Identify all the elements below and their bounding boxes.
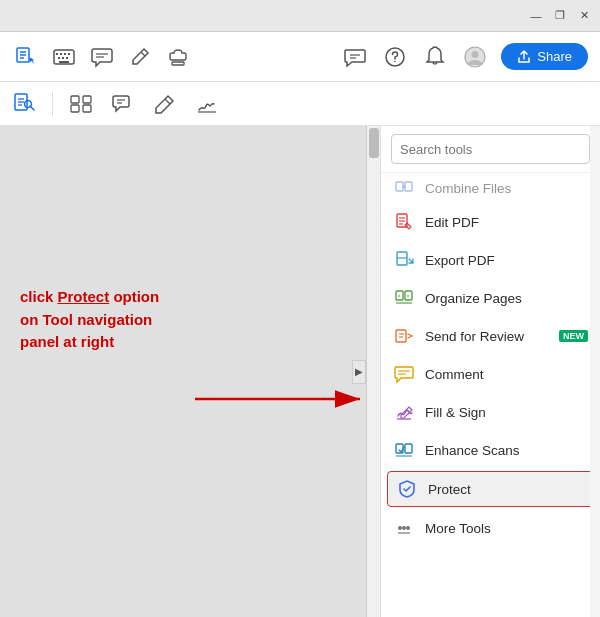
organize-pages-icon: [393, 287, 415, 309]
svg-point-40: [403, 185, 406, 188]
svg-rect-10: [62, 57, 64, 59]
share-label: Share: [537, 49, 572, 64]
send-for-review-item[interactable]: Send for Review NEW: [381, 317, 600, 355]
svg-rect-8: [68, 53, 70, 55]
fill-sign-icon: [393, 401, 415, 423]
svg-rect-57: [405, 444, 412, 453]
title-bar: — ❐ ✕: [0, 0, 600, 32]
main-area: ▶ click Protect option on Tool navigatio…: [0, 126, 600, 617]
search-tools-input[interactable]: [391, 134, 590, 164]
toolbar-right-icons: Share: [341, 43, 588, 71]
combine-files-label: Combine Files: [425, 181, 588, 196]
secondary-toolbar: [0, 82, 600, 126]
tools-list: Combine Files Edit PDF: [381, 173, 600, 617]
user-avatar-icon[interactable]: [461, 43, 489, 71]
panel-collapse-arrow[interactable]: ▶: [352, 360, 366, 384]
svg-rect-16: [172, 62, 184, 65]
svg-rect-12: [59, 61, 69, 63]
svg-point-20: [394, 60, 396, 62]
top-toolbar: Share: [0, 32, 600, 82]
send-review-icon: [393, 325, 415, 347]
svg-point-59: [398, 526, 402, 530]
svg-rect-29: [83, 96, 91, 103]
svg-rect-7: [64, 53, 66, 55]
toolbar-divider: [52, 92, 53, 116]
enhance-scans-label: Enhance Scans: [425, 443, 588, 458]
svg-point-61: [406, 526, 410, 530]
svg-line-34: [165, 99, 170, 104]
right-panel: Combine Files Edit PDF: [380, 126, 600, 617]
enhance-scans-item[interactable]: Enhance Scans: [381, 431, 600, 469]
enhance-scans-icon: [393, 439, 415, 461]
send-review-label: Send for Review: [425, 329, 545, 344]
combine-files-item[interactable]: Combine Files: [381, 173, 600, 203]
svg-rect-31: [83, 105, 91, 112]
svg-point-60: [402, 526, 406, 530]
maximize-button[interactable]: ❐: [552, 8, 568, 24]
comment-label: Comment: [425, 367, 588, 382]
svg-rect-51: [396, 330, 406, 342]
help-icon[interactable]: [381, 43, 409, 71]
more-tools-label: More Tools: [425, 521, 588, 536]
stamp-tool-icon[interactable]: [164, 43, 192, 71]
close-button[interactable]: ✕: [576, 8, 592, 24]
sign-icon[interactable]: [193, 90, 221, 118]
svg-rect-30: [71, 105, 79, 112]
svg-rect-6: [60, 53, 62, 55]
pen-tool-icon[interactable]: [126, 43, 154, 71]
comment-toolbar-icon[interactable]: [88, 43, 116, 71]
chat-icon[interactable]: [341, 43, 369, 71]
page-select-icon[interactable]: [10, 90, 38, 118]
svg-rect-39: [405, 182, 412, 191]
toolbar-left-icons: [12, 43, 192, 71]
svg-rect-38: [396, 182, 403, 191]
edit-pdf-icon: [393, 211, 415, 233]
export-pdf-label: Export PDF: [425, 253, 588, 268]
svg-point-22: [472, 51, 479, 58]
document-area: ▶ click Protect option on Tool navigatio…: [0, 126, 380, 617]
edit-pdf-item[interactable]: Edit PDF: [381, 203, 600, 241]
fill-sign-label: Fill & Sign: [425, 405, 588, 420]
svg-rect-28: [71, 96, 79, 103]
right-panel-scrollbar[interactable]: [590, 126, 600, 617]
combine-files-icon: [393, 177, 415, 199]
thumbnail-view-icon[interactable]: [67, 90, 95, 118]
export-pdf-icon: [393, 249, 415, 271]
protect-label: Protect: [428, 482, 585, 497]
svg-rect-56: [396, 444, 403, 453]
svg-point-27: [25, 100, 32, 107]
organize-pages-item[interactable]: Organize Pages: [381, 279, 600, 317]
vertical-scrollbar[interactable]: [366, 126, 380, 617]
share-button[interactable]: Share: [501, 43, 588, 70]
edit-pdf-label: Edit PDF: [425, 215, 588, 230]
window-controls[interactable]: — ❐ ✕: [528, 8, 592, 24]
scroll-thumb[interactable]: [369, 128, 379, 158]
comment-item[interactable]: Comment: [381, 355, 600, 393]
annotation-arrow: [195, 384, 370, 414]
search-tools-container: [381, 126, 600, 173]
new-badge: NEW: [559, 330, 588, 342]
svg-rect-5: [56, 53, 58, 55]
more-tools-icon: [393, 517, 415, 539]
more-tools-item[interactable]: More Tools: [381, 509, 600, 547]
svg-rect-9: [58, 57, 60, 59]
draw-icon[interactable]: [151, 90, 179, 118]
select-tool-icon[interactable]: [12, 43, 40, 71]
export-pdf-item[interactable]: Export PDF: [381, 241, 600, 279]
minimize-button[interactable]: —: [528, 8, 544, 24]
svg-rect-11: [66, 57, 68, 59]
comment-icon: [393, 363, 415, 385]
annotation-text: click Protect option on Tool navigation …: [20, 286, 159, 354]
keyboard-icon[interactable]: [50, 43, 78, 71]
organize-pages-label: Organize Pages: [425, 291, 588, 306]
fill-sign-item[interactable]: Fill & Sign: [381, 393, 600, 431]
bell-icon[interactable]: [421, 43, 449, 71]
protect-icon: [396, 478, 418, 500]
add-comment-icon[interactable]: [109, 90, 137, 118]
svg-line-15: [141, 52, 145, 56]
protect-item[interactable]: Protect: [387, 471, 594, 507]
